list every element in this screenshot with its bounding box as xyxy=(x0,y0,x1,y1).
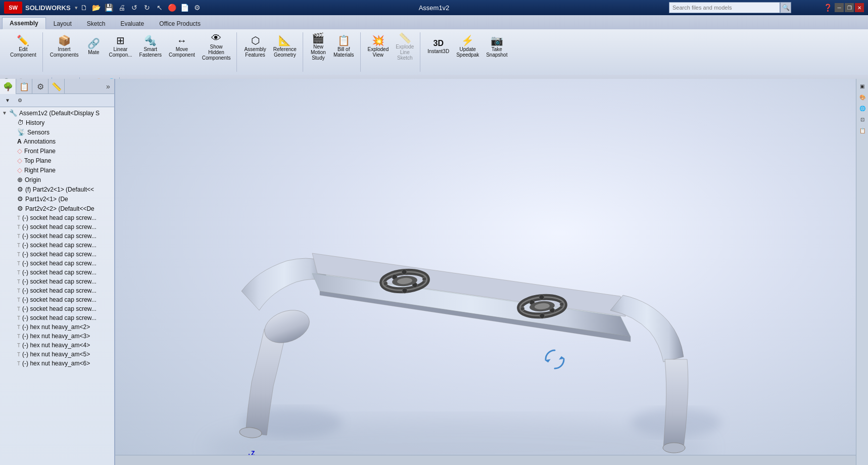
config-manager-tab[interactable]: ⚙ xyxy=(32,79,49,94)
undo-btn[interactable]: ↺ xyxy=(128,2,140,14)
move-icon: ↔️ xyxy=(177,35,187,45)
tree-hex-nut-5[interactable]: T (-) hex nut heavy_am<5> xyxy=(0,350,114,359)
feature-manager-tab[interactable]: 🌳 xyxy=(0,79,16,94)
open-file-btn[interactable]: 📂 xyxy=(90,2,103,14)
tree-history-label: History xyxy=(26,119,44,126)
tab-office-products[interactable]: Office Products xyxy=(152,18,208,29)
smart-icon: 🔩 xyxy=(144,35,157,45)
tree-screw-7[interactable]: T (-) socket head cap screw... xyxy=(0,268,114,277)
show-hidden-btn[interactable]: 👁 ShowHiddenComponents xyxy=(199,32,234,61)
filter-btn[interactable]: ▼ xyxy=(2,95,13,106)
restore-btn[interactable]: ❐ xyxy=(845,3,854,12)
part2v2-1-icon: ⚙ xyxy=(17,185,23,193)
help-btn[interactable]: ❓ xyxy=(822,2,834,14)
tree-screw-3[interactable]: T (-) socket head cap screw... xyxy=(0,231,114,241)
root-expand-icon[interactable]: ▼ xyxy=(2,110,9,116)
sensors-icon: 📡 xyxy=(17,128,25,136)
tree-part1v2-1[interactable]: ⚙ Part1v2<1> (De xyxy=(0,194,114,204)
tree-hex-nut-4[interactable]: T (-) hex nut heavy_am<4> xyxy=(0,341,114,350)
right-panel-btn5[interactable]: 📋 xyxy=(857,125,867,135)
new-motion-btn[interactable]: 🎬 NewMotionStudy xyxy=(307,32,329,61)
reference-geometry-btn[interactable]: 📐 ReferenceGeometry xyxy=(270,32,300,61)
tree-screw-11[interactable]: T (-) socket head cap screw... xyxy=(0,304,114,313)
update-speedpak-btn[interactable]: ⚡ UpdateSpeedpak xyxy=(453,32,482,61)
edit-component-btn[interactable]: ✏️ EditComponent xyxy=(7,32,39,61)
search-input[interactable] xyxy=(669,2,780,13)
tree-screw-8[interactable]: T (-) socket head cap screw... xyxy=(0,277,114,286)
assembly-icon: 🔧 xyxy=(9,109,17,117)
sensors-expand-icon xyxy=(10,129,17,135)
move-component-btn[interactable]: ↔️ MoveComponent xyxy=(166,32,198,61)
top-plane-icon: ◇ xyxy=(17,157,22,164)
tree-root[interactable]: ▼ 🔧 Assem1v2 (Default<Display S xyxy=(0,108,114,118)
redo-btn[interactable]: ↻ xyxy=(141,2,153,14)
file-props-btn[interactable]: 📄 xyxy=(179,2,191,14)
tree-hex-nut-2[interactable]: T (-) hex nut heavy_am<2> xyxy=(0,322,114,332)
assembly-features-btn[interactable]: ⬡ AssemblyFeatures xyxy=(241,32,269,61)
tree-screw-12[interactable]: T (-) socket head cap screw... xyxy=(0,313,114,322)
print-btn[interactable]: 🖨 xyxy=(116,2,128,14)
tab-evaluate[interactable]: Evaluate xyxy=(113,18,152,29)
screw-2-expand xyxy=(10,224,17,230)
select-btn[interactable]: ↖ xyxy=(154,2,166,14)
minimize-btn[interactable]: ─ xyxy=(835,3,844,12)
tree-history[interactable]: ⏱ History xyxy=(0,118,114,127)
tree-origin[interactable]: ⊕ Origin xyxy=(0,175,114,184)
tree-annotations[interactable]: A Annotations xyxy=(0,137,114,146)
mate-label: Mate xyxy=(88,50,99,55)
tree-screw-2[interactable]: T (-) socket head cap screw... xyxy=(0,222,114,231)
options-btn[interactable]: ⚙ xyxy=(191,2,204,14)
motion-icon: 🎬 xyxy=(312,33,324,43)
right-panel-btn3[interactable]: 🌐 xyxy=(857,103,867,113)
tab-layout[interactable]: Layout xyxy=(46,18,79,29)
tree-top-plane[interactable]: ◇ Top Plane xyxy=(0,156,114,165)
sidebar-settings-btn[interactable]: ⚙ xyxy=(14,95,25,106)
ribbon: Assembly Layout Sketch Evaluate Office P… xyxy=(0,15,868,75)
clamp-right-bolt3 xyxy=(539,295,544,300)
tree-screw-9[interactable]: T (-) socket head cap screw... xyxy=(0,286,114,295)
tree-screw-4[interactable]: T (-) socket head cap screw... xyxy=(0,241,114,250)
tab-sketch[interactable]: Sketch xyxy=(79,18,113,29)
dim-xpert-tab[interactable]: 📏 xyxy=(49,79,65,94)
take-snapshot-btn[interactable]: 📷 TakeSnapshot xyxy=(483,32,510,61)
explode-line-btn[interactable]: 📏 ExplodeLineSketch xyxy=(393,32,417,61)
close-btn[interactable]: ✕ xyxy=(855,3,864,12)
screw-7-icon: T xyxy=(17,270,20,275)
rebuild-btn[interactable]: 🔴 xyxy=(166,2,178,14)
tree-screw-6[interactable]: T (-) socket head cap screw... xyxy=(0,259,114,268)
tree-part2v2-1[interactable]: ⚙ (f) Part2v2<1> (Default<< xyxy=(0,184,114,194)
linear-component-btn[interactable]: ⊞ LinearCompon... xyxy=(106,32,135,61)
expand-sidebar-btn[interactable]: » xyxy=(102,79,114,94)
screw-6-expand xyxy=(10,261,17,266)
tree-hex-nut-6[interactable]: T (-) hex nut heavy_am<6> xyxy=(0,359,114,368)
annotations-icon: A xyxy=(17,138,22,145)
instant3d-icon: 3D xyxy=(433,39,444,48)
right-panel-btn4[interactable]: ⊡ xyxy=(857,114,867,124)
tree-hex-nut-3[interactable]: T (-) hex nut heavy_am<3> xyxy=(0,332,114,341)
bom-btn[interactable]: 📋 Bill ofMaterials xyxy=(330,32,357,61)
new-file-btn[interactable]: 🗋 xyxy=(78,2,90,14)
mate-btn[interactable]: 🔗 Mate xyxy=(82,32,105,61)
rotate-arrow-1 xyxy=(546,350,555,359)
ribbon-group-motion-items: 🎬 NewMotionStudy 📋 Bill ofMaterials xyxy=(307,32,357,61)
tree-right-plane[interactable]: ◇ Right Plane xyxy=(0,165,114,175)
tab-assembly[interactable]: Assembly xyxy=(2,17,46,29)
3d-viewport[interactable]: Z xyxy=(115,79,856,465)
screw-10-icon: T xyxy=(17,297,20,303)
instant3d-btn[interactable]: 3D Instant3D xyxy=(424,32,452,61)
pipe-right-vertical xyxy=(663,359,688,448)
right-panel-btn2[interactable]: 🎨 xyxy=(857,92,867,102)
property-manager-tab[interactable]: 📋 xyxy=(16,79,32,94)
tree-sensors[interactable]: 📡 Sensors xyxy=(0,127,114,137)
tree-screw-1[interactable]: T (-) socket head cap screw... xyxy=(0,213,114,222)
exploded-view-btn[interactable]: 💥 ExplodedView xyxy=(365,32,392,61)
search-button[interactable]: 🔍 xyxy=(780,2,791,13)
save-btn[interactable]: 💾 xyxy=(103,2,115,14)
tree-front-plane[interactable]: ◇ Front Plane xyxy=(0,146,114,156)
tree-screw-5[interactable]: T (-) socket head cap screw... xyxy=(0,250,114,259)
tree-screw-10[interactable]: T (-) socket head cap screw... xyxy=(0,295,114,304)
smart-fasteners-btn[interactable]: 🔩 SmartFasteners xyxy=(136,32,165,61)
tree-part2v2-2[interactable]: ⚙ Part2v2<2> (Default<<De xyxy=(0,204,114,213)
insert-components-btn[interactable]: 📦 InsertComponents xyxy=(47,32,82,61)
right-panel-btn1[interactable]: ▣ xyxy=(857,81,867,91)
